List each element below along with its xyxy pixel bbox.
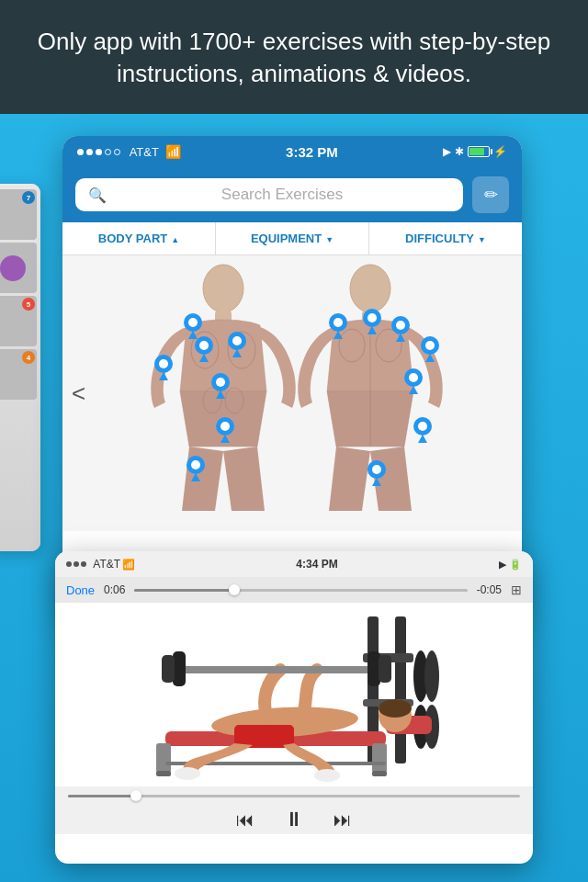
playback-buttons: ⏮ ⏸ ⏭ [236, 805, 352, 834]
svg-rect-62 [173, 651, 186, 686]
video-controls: ⏮ ⏸ ⏭ [55, 786, 533, 834]
mini-badge: 7 [22, 191, 35, 204]
battery-icon: 🔋 [509, 559, 522, 570]
filter-label: DIFFICULTY [405, 232, 474, 245]
svg-rect-51 [156, 771, 171, 776]
svg-rect-39 [83, 607, 505, 782]
svg-rect-63 [162, 655, 175, 683]
svg-point-26 [334, 318, 343, 327]
video-status-left: AT&T 📶 [66, 558, 135, 571]
signal-dot [96, 149, 102, 155]
mini-badge: 4 [22, 351, 35, 364]
svg-point-6 [350, 265, 390, 312]
charging-icon: ⚡ [493, 145, 507, 158]
svg-rect-41 [395, 616, 406, 763]
time-start: 0:06 [104, 583, 125, 596]
main-phone: AT&T 📶 3:32 PM ▶ ✱ ⚡ 🔍 Search Exercises … [62, 136, 522, 623]
svg-point-30 [396, 321, 405, 330]
svg-rect-50 [372, 743, 387, 773]
video-progress-bar[interactable] [134, 589, 467, 592]
progress-thumb [229, 584, 240, 595]
expand-icon[interactable]: ⊞ [511, 582, 522, 597]
svg-point-32 [425, 341, 435, 350]
signal-dot [86, 149, 93, 155]
status-time: 3:32 PM [286, 144, 338, 160]
svg-point-60 [314, 769, 340, 782]
status-left: AT&T 📶 [77, 144, 181, 159]
controls-progress-bar [55, 786, 533, 805]
main-progress-bar[interactable] [68, 795, 520, 797]
anatomy-area: < [62, 255, 522, 531]
signal-dot [74, 561, 79, 567]
svg-point-57 [379, 699, 412, 718]
filter-label: BODY PART [98, 232, 167, 245]
progress-fill [134, 589, 234, 592]
video-phone: AT&T 📶 4:34 PM ▶ 🔋 Done 0:06 -0:05 ⊞ [55, 551, 533, 864]
svg-point-34 [409, 373, 418, 382]
svg-point-20 [216, 378, 225, 387]
signal-dot [66, 561, 72, 567]
svg-point-38 [372, 465, 381, 474]
filter-row: BODY PART EQUIPMENT DIFFICULTY [62, 222, 522, 255]
arrow-down-icon [325, 232, 334, 245]
signal-dot-empty [114, 149, 120, 155]
svg-point-12 [188, 318, 198, 327]
top-banner: Only app with 1700+ exercises with step-… [0, 0, 588, 114]
mini-circle [0, 255, 26, 281]
svg-rect-64 [368, 651, 380, 686]
svg-point-59 [175, 767, 200, 780]
status-right: ▶ ✱ ⚡ [443, 145, 507, 158]
location-icon: ▶ [499, 559, 506, 570]
filter-body-part[interactable]: BODY PART [62, 222, 216, 254]
svg-point-45 [424, 650, 439, 702]
filter-difficulty[interactable]: DIFFICULTY [369, 222, 522, 254]
main-progress-fill [68, 795, 136, 797]
svg-rect-65 [379, 655, 391, 683]
edit-icon: ✏ [484, 185, 498, 205]
mini-list-item: 7 [0, 189, 37, 240]
rewind-button[interactable]: ⏮ [236, 809, 254, 831]
anatomy-svg [90, 263, 494, 525]
bluetooth-icon: ✱ [455, 145, 464, 158]
arrow-down-icon [478, 232, 486, 245]
search-placeholder: Search Exercises [114, 186, 450, 204]
left-phone: 7 5 4 [0, 184, 40, 551]
svg-point-14 [199, 341, 209, 350]
edit-button[interactable]: ✏ [472, 176, 509, 213]
mini-list-item: 4 [0, 349, 37, 400]
search-icon: 🔍 [88, 187, 107, 204]
wifi-icon: 📶 [122, 559, 135, 571]
main-progress-thumb [130, 790, 141, 801]
filter-equipment[interactable]: EQUIPMENT [216, 222, 369, 254]
video-status-bar: AT&T 📶 4:34 PM ▶ 🔋 [55, 551, 533, 577]
carrier-label: AT&T [130, 145, 159, 159]
svg-rect-52 [372, 771, 387, 776]
svg-rect-49 [156, 743, 171, 773]
banner-text: Only app with 1700+ exercises with step-… [37, 26, 551, 90]
search-area: 🔍 Search Exercises ✏ [62, 167, 522, 222]
done-button[interactable]: Done [66, 583, 95, 597]
search-row: 🔍 Search Exercises ✏ [75, 176, 509, 213]
status-bar: AT&T 📶 3:32 PM ▶ ✱ ⚡ [62, 136, 522, 167]
pause-button[interactable]: ⏸ [284, 808, 304, 831]
search-input-wrap[interactable]: 🔍 Search Exercises [75, 178, 463, 211]
video-time: 4:34 PM [296, 558, 337, 571]
forward-button[interactable]: ⏭ [334, 809, 352, 831]
mini-badge: 5 [22, 298, 35, 311]
arrow-up-icon [171, 232, 179, 245]
signal-dot-empty [105, 149, 111, 155]
svg-point-24 [191, 460, 200, 469]
svg-point-22 [220, 422, 230, 431]
carrier-label: AT&T [93, 558, 120, 571]
video-player-bar: Done 0:06 -0:05 ⊞ [55, 577, 533, 603]
video-content [55, 603, 533, 786]
svg-point-28 [368, 313, 377, 322]
bench-press-svg [83, 607, 505, 782]
time-end: -0:05 [477, 583, 502, 596]
back-arrow[interactable]: < [72, 379, 85, 408]
signal-dot [77, 149, 84, 155]
svg-point-0 [203, 265, 243, 312]
svg-point-36 [418, 422, 427, 431]
mini-list-item: 5 [0, 296, 37, 346]
svg-point-18 [159, 359, 168, 368]
